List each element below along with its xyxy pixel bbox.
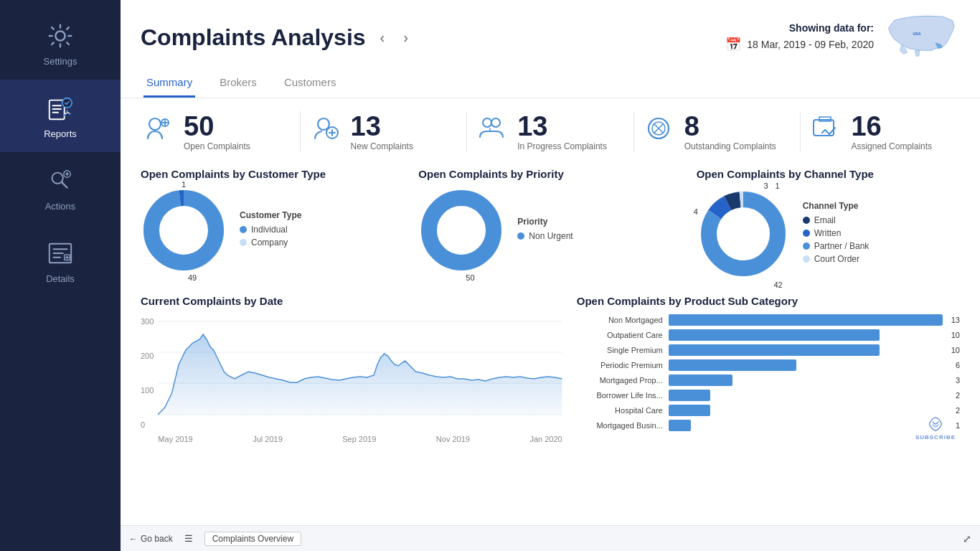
header: Complaints Analysis ‹ › Showing data for…	[121, 0, 980, 98]
legend-non-urgent: Non Urgent	[529, 231, 573, 241]
tab-summary[interactable]: Summary	[143, 69, 195, 98]
chart-channel-type-title: Open Complaints by Channel Type	[697, 168, 960, 180]
chart-priority-title: Open Complaints by Priority	[418, 168, 682, 180]
legend-email: Email	[814, 215, 836, 225]
progress-complaints-icon	[474, 111, 509, 152]
bar-label: Outpatient Care	[577, 331, 663, 339]
chart-by-date-title: Current Complaints by Date	[141, 295, 562, 307]
customer-type-legend-title: Customer Type	[240, 210, 301, 220]
svg-point-15	[483, 118, 491, 127]
bar-chart-row: Outpatient Care10	[577, 329, 960, 341]
svg-point-4	[66, 110, 68, 112]
line-chart-svg	[158, 314, 562, 429]
bar-value: 2	[956, 406, 960, 415]
us-map: USA	[881, 13, 960, 62]
sidebar-item-reports[interactable]: Reports	[0, 80, 121, 152]
legend-court-order: Court Order	[814, 254, 859, 264]
bar-value: 10	[951, 346, 960, 354]
bar-value: 10	[951, 331, 960, 339]
chart-customer-type-title: Open Complaints by Customer Type	[141, 168, 404, 180]
new-complaints-icon	[308, 111, 342, 152]
tabs: Summary Brokers Customers	[141, 69, 960, 98]
tab-customers[interactable]: Customers	[281, 69, 339, 98]
maximize-button[interactable]: ⤢	[963, 533, 971, 545]
subscribe-watermark: SUBSCRIBE	[915, 414, 956, 441]
chart-product-sub-title: Open Complaints by Product Sub Category	[577, 295, 960, 307]
channel-label-42: 42	[773, 281, 782, 289]
bar-value: 2	[956, 391, 960, 400]
svg-point-25	[443, 212, 479, 248]
x-label-may2019: May 2019	[158, 435, 192, 443]
bar-chart-row: Periodic Premium6	[577, 359, 960, 371]
stat-progress-complaints: 13 In Progress Complaints	[474, 111, 626, 152]
svg-point-11	[149, 118, 161, 130]
legend-company: Company	[251, 237, 288, 248]
bar-fill	[669, 390, 710, 401]
chart-by-date: Current Complaints by Date 300 200 100 0	[141, 295, 562, 443]
date-info: Showing data for: 📅 18 Mar, 2019 - 09 Fe…	[725, 22, 874, 52]
channel-type-legend: Channel Type Email Written Partner / Ban…	[803, 201, 870, 267]
assigned-complaints-icon	[808, 111, 842, 152]
svg-point-3	[63, 114, 65, 116]
priority-donut	[418, 187, 504, 273]
new-complaints-label: New Complaints	[351, 141, 413, 151]
y-label-300: 300	[141, 317, 154, 326]
showing-label: Showing data for:	[789, 22, 874, 34]
y-label-0: 0	[141, 420, 154, 429]
x-label-sep2019: Sep 2019	[342, 435, 376, 443]
chart-customer-type: Open Complaints by Customer Type	[141, 168, 404, 281]
priority-legend: Priority Non Urgent	[517, 217, 573, 244]
bar-value: 13	[951, 316, 960, 324]
bar-fill	[669, 375, 732, 386]
outstanding-complaints-number: 8	[684, 113, 776, 140]
bar-value: 6	[956, 361, 960, 369]
svg-point-30	[723, 214, 763, 254]
channel-label-3: 3	[764, 182, 768, 190]
settings-icon	[44, 20, 76, 52]
new-complaints-number: 13	[351, 113, 413, 140]
sidebar-item-details[interactable]: Details	[0, 225, 121, 297]
main-content: Complaints Analysis ‹ › Showing data for…	[121, 0, 980, 551]
bar-fill	[669, 314, 943, 326]
tab-brokers[interactable]: Brokers	[217, 69, 260, 98]
progress-complaints-number: 13	[517, 113, 607, 140]
prev-button[interactable]: ‹	[376, 28, 390, 47]
next-button[interactable]: ›	[399, 28, 413, 47]
details-icon	[44, 237, 76, 269]
sidebar-item-actions[interactable]: Actions	[0, 152, 121, 225]
svg-point-13	[318, 118, 329, 130]
stat-divider-1	[300, 111, 301, 152]
x-label-jul2019: Jul 2019	[253, 435, 283, 443]
bottom-bar: ← Go back ☰ Complaints Overview ⤢	[121, 525, 980, 551]
date-range: 18 Mar, 2019 - 09 Feb, 2020	[747, 39, 874, 50]
stat-divider-3	[633, 111, 634, 152]
svg-point-16	[491, 118, 500, 127]
channel-label-1: 1	[776, 182, 780, 190]
sidebar: Settings Reports Actio	[0, 0, 121, 551]
page-title: Complaints Analysis	[141, 24, 366, 51]
channel-type-donut	[697, 187, 790, 281]
chart-product-sub: Open Complaints by Product Sub Category …	[577, 295, 960, 443]
sidebar-item-settings[interactable]: Settings	[0, 7, 121, 80]
svg-point-23	[166, 212, 202, 248]
donut-label-bottom-customer: 49	[188, 273, 197, 282]
legend-partner-bank: Partner / Bank	[814, 241, 870, 251]
svg-point-5	[69, 113, 71, 115]
svg-text:USA: USA	[913, 32, 921, 36]
chart-priority: Open Complaints by Priority 50 Priority …	[418, 168, 682, 281]
bar-fill	[669, 359, 797, 371]
assigned-complaints-number: 16	[851, 113, 932, 140]
y-label-200: 200	[141, 352, 154, 360]
open-complaints-label: Open Complaints	[184, 141, 250, 151]
priority-legend-title: Priority	[517, 217, 573, 227]
bar-label: Non Mortgaged	[577, 316, 663, 324]
actions-icon	[44, 165, 76, 197]
sidebar-item-settings-label: Settings	[44, 56, 77, 67]
bar-label: Single Premium	[577, 346, 663, 354]
complaints-overview-tab[interactable]: Complaints Overview	[204, 532, 301, 546]
back-button[interactable]: ← Go back	[129, 534, 173, 544]
channel-type-legend-title: Channel Type	[803, 201, 870, 211]
progress-complaints-label: In Progress Complaints	[517, 141, 607, 151]
bar-chart-row: Mortgaged Busin...1	[577, 420, 960, 431]
bar-fill	[669, 329, 880, 341]
